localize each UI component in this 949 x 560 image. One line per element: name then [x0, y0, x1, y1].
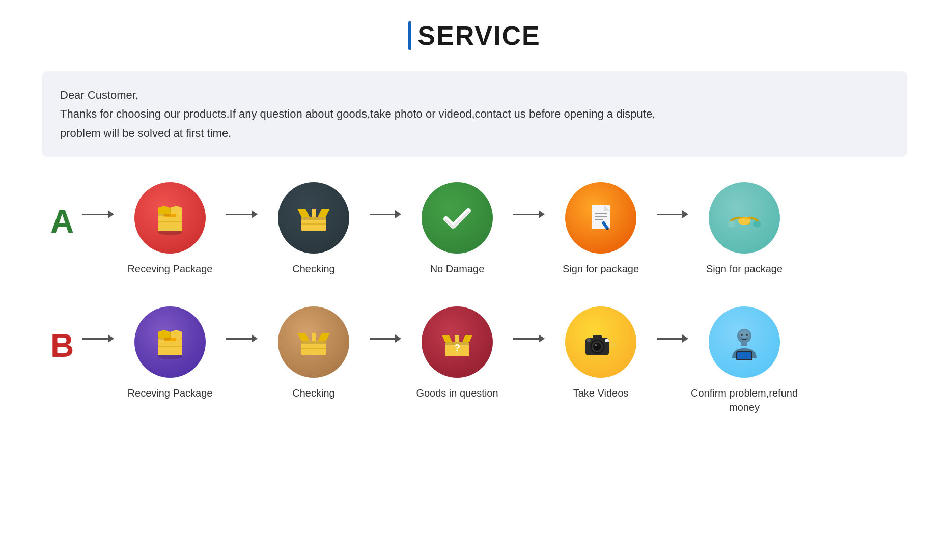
step-b2-label: Checking	[292, 386, 334, 400]
icon-a1	[134, 182, 206, 254]
arrow-a3	[513, 210, 545, 218]
arrow-a2	[370, 210, 401, 218]
step-a4: Sign for package	[545, 182, 657, 276]
svg-marker-27	[170, 330, 182, 338]
svg-marker-7	[158, 214, 170, 216]
step-b4: Take Videos	[545, 306, 657, 400]
svg-marker-2	[158, 206, 170, 214]
step-a5-label: Sign for package	[706, 262, 783, 276]
svg-point-52	[587, 338, 591, 342]
svg-marker-34	[318, 333, 330, 341]
step-b5: Confirm problem,refund money	[688, 306, 800, 414]
step-b3-label: Goods in question	[416, 386, 498, 400]
svg-rect-23	[753, 221, 761, 227]
step-b5-label: Confirm problem,refund money	[688, 386, 800, 414]
icon-b3: ?	[422, 306, 493, 378]
step-b4-label: Take Videos	[573, 386, 629, 400]
info-line1: Dear Customer,	[60, 86, 889, 104]
step-a5: Sign for package	[688, 182, 800, 276]
arrow-a0	[82, 210, 114, 218]
svg-rect-45	[593, 335, 602, 340]
svg-marker-39	[442, 335, 452, 342]
icon-b2	[278, 306, 349, 378]
step-b1-label: Receving Package	[128, 386, 213, 400]
svg-rect-50	[605, 339, 609, 342]
svg-point-48	[593, 343, 601, 351]
row-b: B Receving Package	[42, 306, 907, 414]
icon-a4	[565, 182, 636, 254]
title-text: SERVICE	[417, 20, 540, 51]
icon-b5	[709, 306, 780, 378]
arrow-a4	[657, 210, 688, 218]
svg-marker-31	[158, 338, 170, 340]
flow-section: A	[42, 182, 907, 414]
step-b2: Checking	[258, 306, 370, 400]
icon-a2	[278, 182, 349, 254]
step-a4-label: Sign for package	[563, 262, 639, 276]
arrow-b2	[370, 334, 401, 343]
icon-b1	[134, 306, 206, 378]
svg-point-54	[739, 330, 749, 338]
svg-marker-10	[318, 209, 330, 217]
svg-marker-40	[462, 335, 472, 342]
svg-text:?: ?	[454, 342, 460, 353]
svg-rect-37	[301, 341, 326, 344]
step-a2: Checking	[258, 182, 370, 276]
step-b1: Receving Package	[114, 306, 226, 400]
step-a3: No Damage	[401, 182, 513, 276]
arrow-b1	[226, 334, 258, 343]
step-a1-label: Receving Package	[128, 262, 213, 276]
svg-point-59	[746, 334, 748, 336]
svg-marker-33	[297, 333, 310, 341]
svg-marker-26	[158, 330, 170, 338]
step-a3-label: No Damage	[430, 262, 485, 276]
arrow-b0	[82, 334, 114, 343]
row-a-label: A	[42, 203, 82, 240]
row-b-label: B	[42, 327, 82, 365]
svg-point-58	[741, 334, 743, 336]
svg-marker-9	[297, 209, 310, 217]
arrow-a1	[226, 210, 258, 218]
arrow-b3	[513, 334, 545, 343]
icon-a3	[422, 182, 493, 254]
info-box: Dear Customer, Thanks for choosing our p…	[42, 71, 907, 157]
icon-b4	[565, 306, 636, 378]
svg-marker-3	[170, 206, 182, 214]
svg-rect-57	[737, 352, 751, 359]
info-line2: Thanks for choosing our products.If any …	[60, 104, 889, 123]
svg-rect-11	[312, 209, 316, 217]
info-line3: problem will be solved at first time.	[60, 124, 889, 143]
svg-rect-13	[301, 217, 326, 220]
title-accent-bar	[408, 21, 411, 50]
step-a1: Receving Package	[114, 182, 226, 276]
step-b3: ? Goods in question	[401, 306, 513, 400]
step-a2-label: Checking	[292, 262, 334, 276]
svg-rect-41	[455, 335, 459, 342]
svg-point-49	[595, 344, 597, 346]
svg-rect-35	[312, 333, 316, 341]
icon-a5	[709, 182, 780, 254]
arrow-b4	[657, 334, 688, 343]
row-a: A	[42, 182, 907, 276]
svg-marker-51	[611, 341, 617, 348]
page-title: SERVICE	[408, 20, 540, 51]
svg-rect-55	[741, 341, 747, 346]
svg-rect-22	[728, 221, 735, 227]
